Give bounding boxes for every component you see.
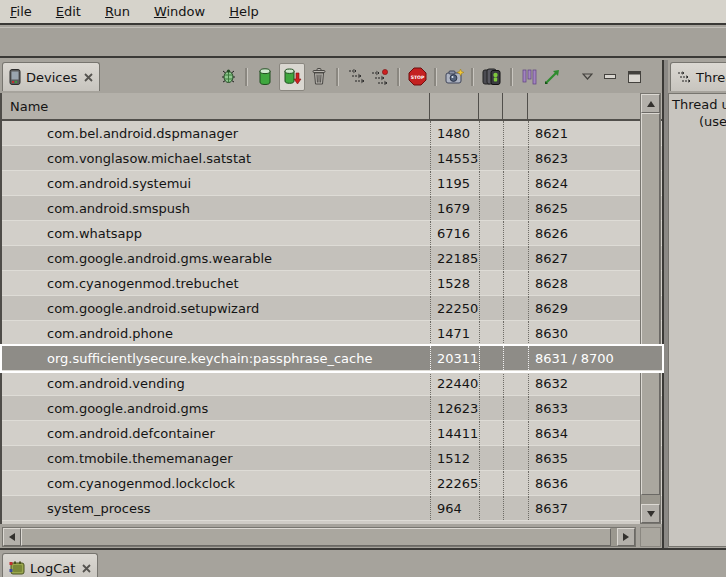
cell-thread	[503, 421, 528, 445]
cell-ports: 8626	[528, 221, 640, 245]
cell-thread	[503, 346, 528, 370]
cell-thread	[503, 271, 528, 295]
cell-pid: 6716	[430, 221, 479, 245]
cell-ports: 8634	[528, 421, 640, 445]
down-arrow-icon	[647, 511, 655, 517]
minimize-icon[interactable]	[602, 66, 618, 88]
table-row[interactable]: com.android.phone14718630	[2, 321, 662, 346]
cell-name: org.sufficientlysecure.keychain:passphra…	[2, 346, 430, 370]
cell-name: com.cyanogenmod.lockclock	[2, 471, 430, 495]
stop-sign-icon[interactable]: STOP	[407, 66, 427, 88]
table-row[interactable]: com.google.android.gms.wearable221858627	[2, 246, 662, 271]
bug-icon[interactable]	[218, 66, 238, 88]
cell-heap	[479, 471, 503, 495]
table-row[interactable]: com.tmobile.thememanager15128635	[2, 446, 662, 471]
cell-heap	[479, 421, 503, 445]
green-diagonal-arrow-icon[interactable]	[542, 66, 562, 88]
cell-name: com.bel.android.dspmanager	[2, 121, 430, 145]
menu-run[interactable]: Run	[105, 4, 130, 19]
heap-cylinder-icon[interactable]	[255, 66, 275, 88]
phones-icon[interactable]	[481, 66, 503, 88]
cell-thread	[503, 121, 528, 145]
table-row[interactable]: com.google.android.gms126238633	[2, 396, 662, 421]
trash-icon[interactable]	[309, 66, 329, 88]
cell-ports: 8623	[528, 146, 640, 170]
cell-ports: 8628	[528, 271, 640, 295]
cell-ports: 8637	[528, 496, 640, 520]
table-row[interactable]: com.cyanogenmod.trebuchet15288628	[2, 271, 662, 296]
cell-ports: 8629	[528, 296, 640, 320]
cell-thread	[503, 496, 528, 520]
menu-window[interactable]: Window	[154, 4, 205, 19]
cell-name: com.android.vending	[2, 371, 430, 395]
maximize-icon[interactable]	[626, 66, 642, 88]
scroll-up-button[interactable]	[641, 94, 660, 113]
cell-pid: 22440	[430, 371, 479, 395]
threads-arrows-icon[interactable]	[346, 66, 366, 88]
heap-cylinder-red-arrow-icon[interactable]	[279, 63, 305, 91]
tab-threads[interactable]: Threads	[670, 62, 726, 91]
threads-arrows-icon	[677, 71, 691, 84]
camera-icon[interactable]	[444, 66, 464, 88]
chevron-down-icon[interactable]	[580, 66, 594, 88]
scroll-down-button[interactable]	[641, 504, 660, 523]
cell-ports: 8630	[528, 321, 640, 345]
table-row[interactable]: com.android.systemui11958624	[2, 171, 662, 196]
tab-devices[interactable]: Devices	[2, 62, 100, 91]
table-row[interactable]: com.bel.android.dspmanager14808621	[2, 121, 662, 146]
table-row[interactable]: com.google.android.setupwizard222508629	[2, 296, 662, 321]
table-row[interactable]: com.android.vending224408632	[2, 371, 662, 396]
menu-file[interactable]: File	[10, 4, 32, 19]
column-header-thread[interactable]	[503, 93, 528, 119]
table-row[interactable]: com.whatsapp67168626	[2, 221, 662, 246]
tab-logcat[interactable]: LogCat	[2, 553, 98, 577]
cell-ports: 8636	[528, 471, 640, 495]
main-toolbar-strip	[0, 27, 726, 58]
close-icon[interactable]	[82, 564, 91, 573]
menu-bar: FileEditRunWindowHelp	[0, 0, 726, 25]
table-row[interactable]: com.cyanogenmod.lockclock222658636	[2, 471, 662, 496]
vertical-scrollbar-thumb[interactable]	[641, 113, 660, 495]
cell-heap	[479, 371, 503, 395]
cell-heap	[479, 496, 503, 520]
devices-toolbar: STOP	[218, 62, 642, 91]
column-header-ports[interactable]	[528, 93, 640, 119]
scroll-right-button[interactable]	[617, 528, 635, 546]
horizontal-scrollbar[interactable]	[2, 527, 636, 547]
threads-message-line2: (use toolbar button to enable)	[699, 114, 726, 129]
cell-heap	[479, 346, 503, 370]
table-row[interactable]: com.vonglasow.michael.satstat145538623	[2, 146, 662, 171]
device-table-header[interactable]: Name	[2, 93, 662, 121]
table-row[interactable]: com.android.smspush16798625	[2, 196, 662, 221]
table-row[interactable]: org.sufficientlysecure.keychain:passphra…	[2, 346, 662, 371]
threads-arrows-red-dot-icon[interactable]	[370, 66, 390, 88]
cell-heap	[479, 246, 503, 270]
column-header-pid[interactable]	[430, 93, 479, 119]
cell-thread	[503, 471, 528, 495]
table-row[interactable]: com.android.defcontainer144118634	[2, 421, 662, 446]
right-arrow-icon	[623, 533, 629, 541]
threads-panel: Thread updates not enabled for selected …	[668, 93, 726, 547]
purple-bars-icon[interactable]	[520, 66, 538, 88]
cell-pid: 1480	[430, 121, 479, 145]
column-header-name[interactable]: Name	[2, 93, 430, 119]
toolbar-separator	[336, 68, 339, 86]
cell-name: com.google.android.gms.wearable	[2, 246, 430, 270]
scroll-left-button[interactable]	[3, 528, 21, 546]
cell-heap	[479, 196, 503, 220]
cell-thread	[503, 221, 528, 245]
cell-heap	[479, 271, 503, 295]
menu-edit[interactable]: Edit	[56, 4, 81, 19]
cell-name: com.cyanogenmod.trebuchet	[2, 271, 430, 295]
column-header-heap[interactable]	[479, 93, 503, 119]
table-row[interactable]: system_process9648637	[2, 496, 662, 521]
cell-thread	[503, 246, 528, 270]
vertical-scrollbar[interactable]	[640, 93, 661, 524]
toolbar-separator	[510, 68, 513, 86]
cell-name: com.android.phone	[2, 321, 430, 345]
menu-help[interactable]: Help	[229, 4, 259, 19]
close-icon[interactable]	[84, 73, 93, 82]
cell-ports: 8635	[528, 446, 640, 470]
cell-thread	[503, 146, 528, 170]
horizontal-scrollbar-thumb[interactable]	[21, 528, 611, 546]
